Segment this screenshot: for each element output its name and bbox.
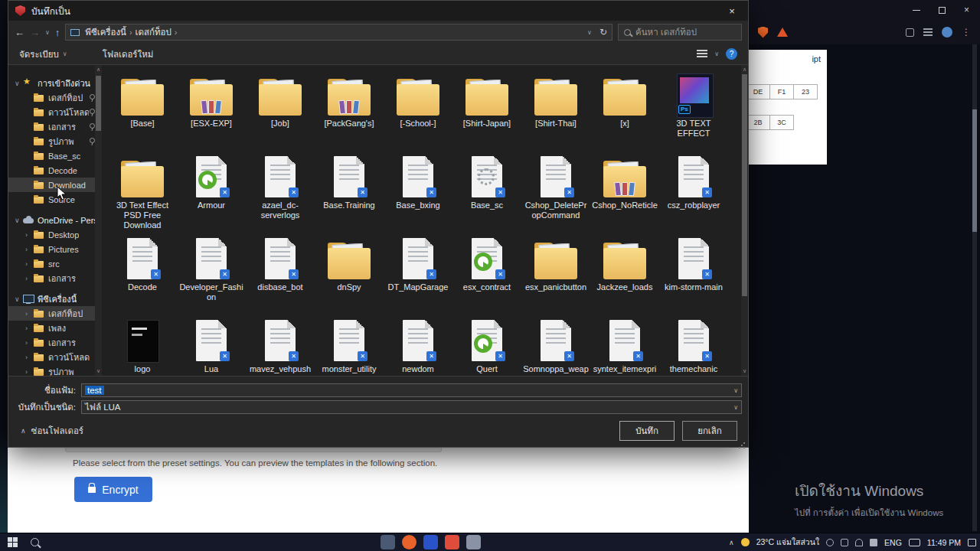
address-bar[interactable]: พีซีเครื่องนี้›เดสก์ท็อป› ∨ ↻ [65,24,612,41]
chevron-right-icon[interactable]: › [25,231,34,239]
chevron-right-icon[interactable]: › [25,339,34,347]
minimize-icon[interactable] [913,10,920,11]
scroll-up-icon[interactable]: ∧ [741,67,748,73]
save-button[interactable]: บันทึก [619,421,675,441]
address-dropdown-icon[interactable]: ∨ [587,29,592,36]
sidebar-item[interactable]: Download [8,178,102,192]
taskbar-search-icon[interactable] [31,538,39,546]
taskbar-app-4[interactable] [466,535,481,549]
sidebar-scrollbar[interactable]: ∧ ∨ [95,65,102,376]
filename-input[interactable]: test ∨ [81,383,742,397]
file-item[interactable]: ✕disbase_bot [246,233,315,315]
sidebar-item[interactable]: ›เอกสาร [8,335,102,350]
start-button[interactable] [8,537,18,547]
sidebar-item[interactable]: เดสก์ท็อป [8,90,102,105]
file-item[interactable]: ✕syntex_itemexpri [590,315,659,376]
chevron-right-icon[interactable]: › [25,310,34,318]
file-item[interactable]: [x] [590,70,659,152]
sidebar-item[interactable]: ›ดาวน์โหลด [8,350,102,364]
sidebar-item[interactable]: เอกสาร [8,119,102,134]
chevron-down-icon[interactable]: ∨ [15,80,23,87]
tray-icon-4[interactable] [870,539,877,546]
file-item[interactable]: [Job] [246,70,315,152]
file-item[interactable]: [Shirt-Japan] [452,70,521,152]
taskbar-app-3[interactable] [445,535,459,549]
warning-icon[interactable] [777,28,788,37]
file-item[interactable]: ✕Base_sc [452,152,521,233]
page-scrollbar[interactable] [972,44,977,531]
chevron-down-icon[interactable]: ∨ [15,217,23,224]
file-item[interactable]: ✕Armour [177,152,246,233]
view-dropdown-icon[interactable]: ∨ [714,51,719,57]
page-scrollbar-thumb[interactable] [972,109,977,232]
keyboard-icon[interactable] [909,539,920,546]
sidebar-item[interactable]: Decode [8,163,102,178]
chevron-right-icon[interactable]: › [25,260,34,268]
new-folder-button[interactable]: โฟลเดอร์ใหม่ [103,47,154,61]
search-box[interactable] [618,24,742,41]
file-item[interactable]: [ESX-EXP] [177,70,246,152]
sidebar-section-cloud[interactable]: ∨OneDrive - Person [8,213,102,227]
tray-icon-3[interactable] [855,539,863,546]
file-item[interactable]: [Base] [108,70,177,152]
breadcrumb-separator-icon[interactable]: › [173,28,179,37]
file-list-scrollbar-thumb[interactable] [742,74,747,296]
file-item[interactable]: ✕Somnoppa_weap [521,315,590,376]
breadcrumb-item[interactable]: พีซีเครื่องนี้ [83,25,128,39]
history-dropdown-icon[interactable]: ∨ [45,29,50,36]
file-list-scrollbar[interactable]: ∧ ∨ [741,65,748,376]
file-item[interactable]: esx_panicbutton [521,233,590,315]
file-item[interactable]: [Shirt-Thai] [521,70,590,152]
sidebar-item[interactable]: Base_sc [8,148,102,163]
filetype-select[interactable]: ไฟล์ LUA ∨ [81,400,742,414]
sidebar-item[interactable]: ›Pictures [8,242,102,256]
file-item[interactable]: ✕themechanic [659,315,728,376]
file-item[interactable]: ✕Quert [452,315,521,376]
chevron-right-icon[interactable]: › [25,275,34,282]
breadcrumb-item[interactable]: เดสก์ท็อป [134,25,173,39]
language-indicator[interactable]: ENG [884,538,902,547]
tray-icon-2[interactable] [841,539,848,546]
clock[interactable]: 11:49 PM [927,538,961,547]
file-item[interactable]: ✕DT_MapGarage [384,233,452,315]
file-item[interactable]: logo [108,315,177,376]
sidebar-item[interactable]: ›เดสก์ท็อป [8,306,102,321]
file-item[interactable]: ✕Base.Training [315,152,384,233]
file-item[interactable]: dnSpy [315,233,384,315]
resize-grip[interactable] [743,442,745,444]
menu-icon[interactable]: ⋮ [962,27,971,37]
file-item[interactable]: ✕Developer_Fashion [177,233,246,315]
sidebar-item[interactable]: ›เพลง [8,321,102,335]
scroll-down-icon[interactable]: ∨ [95,368,102,374]
file-item[interactable]: 3D Text Effect PSD Free Download [108,152,177,233]
close-icon[interactable]: × [964,5,969,15]
maximize-icon[interactable] [939,7,946,14]
breadcrumb-separator-icon[interactable]: › [128,28,134,37]
organize-button[interactable]: จัดระเบียบ ∨ [19,47,67,61]
file-item[interactable]: ✕monster_utility [315,315,384,376]
sidebar-item[interactable]: ›เอกสาร [8,271,102,285]
taskbar-app-2[interactable] [423,535,438,549]
file-item[interactable]: [-School-] [384,70,452,152]
file-item[interactable]: ✕kim-storm-main [659,233,728,315]
file-item[interactable]: ✕Lua [177,315,246,376]
chevron-down-icon[interactable]: ∨ [15,295,23,303]
chevron-down-icon[interactable]: ∨ [733,404,738,411]
cancel-button[interactable]: ยกเลิก [682,421,737,441]
sidebar-item[interactable]: ›Desktop [8,227,102,242]
file-item[interactable]: ✕newdom [384,315,452,376]
dialog-titlebar[interactable]: บันทึกเป็น × [8,1,748,21]
sidebar-scrollbar-thumb[interactable] [96,76,101,131]
file-item[interactable]: ✕Cshop_DeletePropCommand [521,152,590,233]
file-item[interactable]: ✕esx_contract [452,233,521,315]
sidebar-item[interactable]: ดาวน์โหลด [8,105,102,119]
profile-avatar[interactable] [942,27,952,37]
scroll-up-icon[interactable]: ∧ [95,67,102,73]
back-icon[interactable]: ← [15,27,24,38]
file-item[interactable]: ✕azael_dc-serverlogs [246,152,315,233]
file-item[interactable]: Ps3D TEXT EFFECT [659,70,728,152]
refresh-icon[interactable]: ↻ [599,27,607,37]
file-item[interactable]: ✕Base_bxing [384,152,452,233]
file-item[interactable]: Cshop_NoReticle [590,152,659,233]
file-item[interactable]: ✕Decode [108,233,177,315]
